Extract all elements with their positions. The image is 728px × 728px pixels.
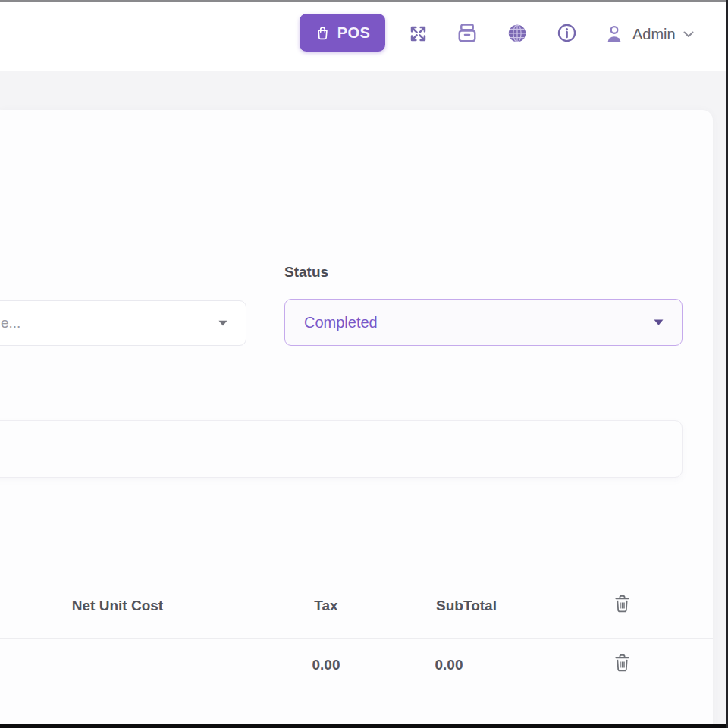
top-navbar: POS xyxy=(0,0,728,71)
status-select-value: Completed xyxy=(304,314,378,331)
admin-user-menu[interactable]: Admin xyxy=(604,17,694,52)
fullscreen-icon[interactable] xyxy=(406,22,429,45)
table-header-subtotal: SubTotal xyxy=(406,598,527,614)
caret-down-icon xyxy=(218,320,228,326)
status-label: Status xyxy=(284,264,328,281)
delete-row-button[interactable] xyxy=(604,651,640,674)
status-select[interactable]: Completed xyxy=(284,299,682,346)
caret-down-icon xyxy=(654,319,664,326)
pos-button[interactable]: POS xyxy=(300,14,385,52)
person-icon xyxy=(604,23,625,46)
pos-button-label: POS xyxy=(337,24,370,42)
table-header-tax: Tax xyxy=(265,598,387,614)
table-header-net-unit-cost: Net Unit Cost xyxy=(27,598,209,614)
content-card xyxy=(0,110,713,728)
table-divider xyxy=(0,638,713,639)
globe-icon[interactable] xyxy=(506,22,529,45)
chevron-down-icon xyxy=(683,31,694,38)
left-select[interactable]: e... xyxy=(0,300,246,346)
shopping-bag-icon xyxy=(315,25,331,41)
page-background: e... Status Completed Net Unit Cost Tax … xyxy=(0,71,728,728)
cash-register-icon[interactable] xyxy=(454,20,480,46)
row-subtotal-value: 0.00 xyxy=(388,657,510,673)
app-screen: POS xyxy=(0,0,728,728)
left-select-value: e... xyxy=(1,315,20,331)
info-icon[interactable] xyxy=(556,22,578,44)
trash-icon xyxy=(604,592,640,615)
product-search-input[interactable] xyxy=(0,420,682,478)
admin-label: Admin xyxy=(632,26,676,43)
row-tax-value: 0.00 xyxy=(265,657,387,673)
